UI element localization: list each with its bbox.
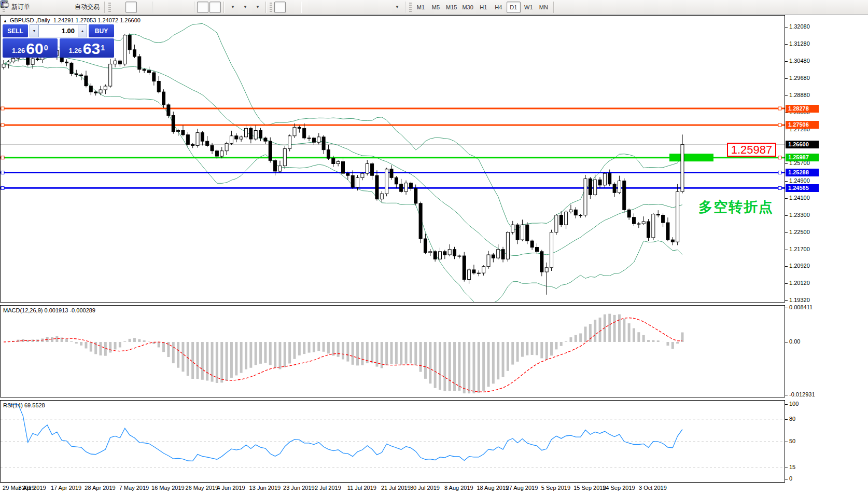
line-anchor-icon[interactable] (778, 171, 781, 174)
price-tick-label: 1.28880 (789, 92, 810, 98)
line-anchor-icon[interactable] (778, 124, 781, 127)
axis-tick (785, 113, 788, 113)
line-anchor-icon[interactable] (778, 186, 781, 189)
periods-button[interactable]: ▼ (239, 2, 250, 13)
timeframe-M30[interactable]: M30 (460, 2, 475, 13)
line-chart-button[interactable] (138, 2, 149, 13)
profile-button[interactable] (46, 2, 57, 13)
timeframe-W1[interactable]: W1 (522, 2, 536, 13)
buy-price-display[interactable]: 1.26631 (60, 38, 115, 58)
volume-increase-button[interactable]: ▲ (78, 24, 87, 37)
date-label: 3 Oct 2019 (631, 485, 675, 491)
fibonacci-tool-button[interactable]: F (354, 2, 365, 13)
date-axis[interactable]: 29 Mar 20198 Apr 201917 Apr 201928 Apr 2… (0, 483, 785, 494)
price-axis[interactable]: 1.320801.312801.304801.296801.288801.280… (785, 15, 868, 494)
line-anchor-icon[interactable] (1, 171, 4, 174)
line-anchor-icon[interactable] (1, 186, 4, 189)
line-anchor-icon[interactable] (778, 156, 781, 159)
templates-button[interactable]: ▼ (251, 2, 263, 13)
sell-button[interactable]: SELL (3, 24, 28, 37)
cursor-tool-button[interactable] (274, 2, 286, 13)
chart-note-text[interactable]: 多空转折点 (698, 198, 774, 216)
text-tool-button[interactable]: A (366, 2, 377, 13)
new-order-button[interactable]: 新订单 (7, 2, 32, 13)
zoom-out-button[interactable] (167, 2, 179, 13)
rsi-pane[interactable]: RSI(14) 69.5528 (0, 400, 785, 483)
toolbar-grip[interactable] (270, 3, 272, 12)
indicators-button[interactable]: ▼ (227, 2, 238, 13)
auto-scroll-button[interactable] (197, 2, 208, 13)
bb-lower-band[interactable] (4, 64, 682, 302)
macd-pane[interactable]: MACD(12,26,9) 0.001913 -0.000289 (0, 305, 785, 397)
signals-button[interactable] (58, 2, 69, 13)
one-click-trade-panel: SELL ▼ 1.00 ▲ BUY 1.26600 1.26631 (3, 24, 114, 58)
macd-canvas[interactable] (1, 306, 785, 397)
timeframe-M5[interactable]: M5 (429, 2, 443, 13)
timeframe-D1[interactable]: D1 (507, 2, 521, 13)
axis-tick (785, 181, 788, 182)
auto-trading-button[interactable]: 自动交易 (71, 2, 102, 13)
timeframe-M1[interactable]: M1 (414, 2, 428, 13)
toolbar-separator (405, 2, 405, 13)
price-callout-label[interactable]: 1.25987 (727, 143, 776, 157)
timeframe-H1[interactable]: H1 (477, 2, 491, 13)
toolbar-separator (152, 2, 152, 13)
toolbar-separator (104, 2, 105, 13)
sell-price-prefix: 1.26 (12, 46, 25, 56)
toolbar-separator (265, 2, 266, 13)
price-tick-label: 1.23300 (789, 212, 810, 218)
macd-axis-label: 0.008411 (789, 304, 813, 310)
buy-price-pip: 1 (101, 38, 105, 57)
bar-chart-button[interactable] (113, 2, 124, 13)
chat-button[interactable] (855, 2, 866, 13)
line-anchor-icon[interactable] (1, 124, 4, 127)
rsi-name: RSI(14) (3, 402, 23, 408)
candlestick-chart-button[interactable] (125, 2, 137, 13)
line-anchor-icon[interactable] (778, 107, 781, 110)
main-chart-canvas[interactable] (1, 16, 785, 302)
line-anchor-icon[interactable] (1, 107, 4, 110)
crosshair-tool-button[interactable] (287, 2, 298, 13)
toolbar-separator (553, 2, 554, 13)
candlesticks[interactable] (2, 33, 684, 294)
rsi-value: 69.5528 (24, 402, 45, 408)
trendline-tool-button[interactable] (329, 2, 340, 13)
timeframe-MN[interactable]: MN (537, 2, 551, 13)
chart-shift-button[interactable] (209, 2, 221, 13)
text-label-tool-button[interactable]: T (379, 2, 390, 13)
axis-tick (785, 198, 788, 199)
line-anchor-icon[interactable] (1, 156, 4, 159)
macd-name: MACD(12,26,9) (3, 307, 43, 313)
toolbar-grip[interactable] (108, 3, 111, 12)
axis-tick (785, 468, 788, 468)
main-chart-pane[interactable]: ▲GBPUSD-,Daily 1.24291 1.27053 1.24072 1… (0, 15, 785, 303)
price-tick-label: 1.32080 (789, 23, 810, 30)
rsi-axis-label: 50 (789, 438, 795, 444)
zoom-in-button[interactable] (155, 2, 166, 13)
toolbar-grip[interactable] (409, 3, 412, 12)
buy-price-main: 63 (83, 42, 100, 56)
rsi-canvas[interactable] (1, 401, 785, 482)
price-tag-1.24565: 1.24565 (786, 184, 819, 192)
sell-price-display[interactable]: 1.26600 (3, 38, 58, 58)
highlight-box[interactable] (669, 154, 713, 161)
vertical-line-tool-button[interactable] (304, 2, 315, 13)
axis-tick (785, 61, 788, 62)
search-button[interactable] (843, 2, 854, 13)
axis-tick (785, 342, 788, 342)
buy-button[interactable]: BUY (89, 24, 114, 37)
price-tick-label: 1.29680 (789, 75, 810, 81)
horizontal-line-tool-button[interactable] (316, 2, 328, 13)
collapse-arrow-icon[interactable]: ▲ (3, 19, 7, 23)
channel-tool-button[interactable]: E (341, 2, 353, 13)
dropdown-arrow-icon: ▼ (256, 5, 260, 9)
timeframe-M15[interactable]: M15 (444, 2, 459, 13)
volume-decrease-button[interactable]: ▼ (30, 24, 39, 37)
arrows-tool-button[interactable]: ▼ (391, 2, 402, 13)
volume-input[interactable]: 1.00 (39, 24, 78, 37)
tile-windows-button[interactable] (180, 2, 191, 13)
market-watch-button[interactable] (33, 2, 45, 13)
timeframe-group: M1M5M15M30H1H4D1W1MN (413, 2, 551, 13)
timeframe-H4[interactable]: H4 (492, 2, 506, 13)
buy-price-prefix: 1.26 (69, 46, 82, 56)
